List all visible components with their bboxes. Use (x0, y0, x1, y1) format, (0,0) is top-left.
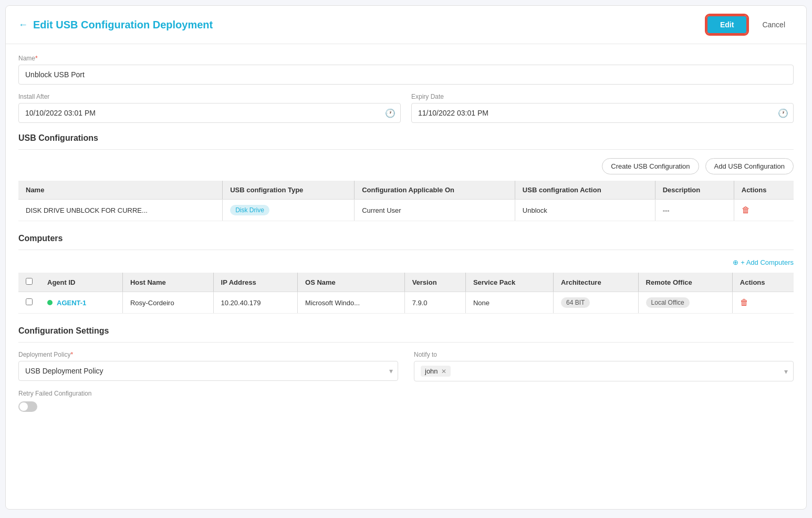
table-row: AGENT-1 Rosy-Cordeiro 10.20.40.179 Micro… (18, 292, 794, 314)
computer-row-os: Microsoft Windo... (298, 292, 405, 314)
computer-row-host: Rosy-Cordeiro (122, 292, 213, 314)
name-input[interactable] (18, 65, 794, 85)
computer-col-ip: IP Address (213, 273, 298, 292)
config-settings-title: Configuration Settings (18, 326, 794, 336)
computer-row-ip: 10.20.40.179 (213, 292, 298, 314)
name-required: * (35, 55, 38, 62)
expiry-date-field: Expiry Date 🕐 (411, 93, 794, 123)
usb-row-action: Unblock (515, 200, 655, 221)
retry-label: Retry Failed Configuration (18, 390, 794, 397)
create-usb-config-button[interactable]: Create USB Configuration (602, 158, 699, 174)
usb-col-type: USB configration Type (223, 181, 355, 200)
add-usb-config-button[interactable]: Add USB Configuration (705, 158, 794, 174)
tag-chip-john: john ✕ (421, 366, 451, 377)
computer-row-agent: AGENT-1 (40, 292, 122, 314)
agent-id-label[interactable]: AGENT-1 (57, 299, 86, 307)
tag-remove-icon[interactable]: ✕ (441, 368, 446, 375)
deployment-policy-required: * (70, 351, 73, 358)
expiry-date-wrap: 🕐 (411, 103, 794, 123)
deployment-policy-field: Deployment Policy* USB Deployment Policy… (18, 351, 398, 381)
usb-row-description: --- (655, 200, 734, 221)
computer-delete-icon[interactable]: 🗑 (740, 298, 748, 307)
computer-row-arch: 64 BIT (554, 292, 639, 314)
deployment-policy-label: Deployment Policy* (18, 351, 398, 358)
usb-row-type: Disk Drive (223, 200, 355, 221)
row-checkbox[interactable] (26, 298, 33, 305)
header-left: ← Edit USB Configuration Deployment (18, 19, 213, 31)
computer-col-version: Version (404, 273, 465, 292)
plus-icon: ⊕ (733, 258, 738, 266)
notify-to-field: Notify to john ✕ ▾ (414, 351, 794, 381)
install-after-wrap: 🕐 (18, 103, 401, 123)
usb-table-actions: Create USB Configuration Add USB Configu… (18, 158, 794, 174)
computer-col-host: Host Name (122, 273, 213, 292)
computer-col-office: Remote Office (638, 273, 732, 292)
usb-configurations-title: USB Configurations (18, 133, 794, 143)
retry-group: Retry Failed Configuration (18, 390, 794, 413)
name-field-group: Name* (18, 55, 794, 85)
settings-row: Deployment Policy* USB Deployment Policy… (18, 351, 794, 381)
usb-row-actions: 🗑 (734, 200, 794, 221)
install-after-label: Install After (18, 93, 401, 100)
computer-row-check (18, 292, 40, 314)
back-arrow-icon[interactable]: ← (18, 19, 28, 30)
computer-row-actions: 🗑 (732, 292, 794, 314)
main-content: Name* Install After 🕐 Expiry Date 🕐 (6, 44, 806, 432)
usb-delete-icon[interactable]: 🗑 (742, 205, 750, 214)
clock-icon-install: 🕐 (385, 108, 395, 118)
usb-col-actions: Actions (734, 181, 794, 200)
computers-section-divider (18, 250, 794, 250)
date-row: Install After 🕐 Expiry Date 🕐 (18, 93, 794, 123)
install-after-input[interactable] (18, 103, 401, 123)
add-computers-link[interactable]: ⊕ + Add Computers (18, 258, 794, 266)
usb-col-name: Name (18, 181, 223, 200)
usb-row-name: DISK DRIVE UNBLOCK FOR CURRE... (18, 200, 223, 221)
computer-row-servicepack: None (465, 292, 553, 314)
usb-col-applicable: Configuration Applicable On (355, 181, 515, 200)
computer-col-agent: Agent ID (40, 273, 122, 292)
status-dot-online (47, 300, 53, 305)
config-settings-divider (18, 342, 794, 343)
computer-col-servicepack: Service Pack (465, 273, 553, 292)
cancel-button[interactable]: Cancel (754, 16, 794, 33)
deployment-policy-select-wrap: USB Deployment Policy ▾ (18, 361, 398, 381)
computer-col-os: OS Name (298, 273, 405, 292)
config-settings-section: Configuration Settings Deployment Policy… (18, 326, 794, 413)
usb-col-action: USB configration Action (515, 181, 655, 200)
computer-col-check (18, 273, 40, 292)
computer-col-arch: Architecture (554, 273, 639, 292)
computer-row-version: 7.9.0 (404, 292, 465, 314)
notify-to-label: Notify to (414, 351, 794, 358)
select-all-checkbox[interactable] (26, 278, 33, 285)
usb-row-applicable: Current User (355, 200, 515, 221)
computers-table: Agent ID Host Name IP Address OS Name Ve… (18, 273, 794, 314)
usb-section-divider (18, 149, 794, 150)
page-title: Edit USB Configuration Deployment (33, 19, 213, 31)
clock-icon-expiry: 🕐 (778, 108, 788, 118)
computer-row-office: Local Office (638, 292, 732, 314)
page-header: ← Edit USB Configuration Deployment Edit… (6, 6, 806, 44)
tag-label: john (425, 367, 438, 375)
install-after-field: Install After 🕐 (18, 93, 401, 123)
table-row: DISK DRIVE UNBLOCK FOR CURRE... Disk Dri… (18, 200, 794, 221)
expiry-date-input[interactable] (411, 103, 794, 123)
usb-col-description: Description (655, 181, 734, 200)
deployment-policy-select[interactable]: USB Deployment Policy (18, 361, 398, 381)
notify-arrow-icon: ▾ (784, 367, 788, 376)
computers-title: Computers (18, 234, 794, 243)
usb-configurations-table: Name USB configration Type Configuration… (18, 181, 794, 221)
retry-toggle[interactable] (18, 401, 37, 412)
notify-to-input[interactable]: john ✕ ▾ (414, 361, 794, 381)
computer-col-actions: Actions (732, 273, 794, 292)
header-actions: Edit Cancel (706, 15, 794, 34)
edit-button[interactable]: Edit (706, 15, 747, 34)
expiry-date-label: Expiry Date (411, 93, 794, 100)
name-label: Name* (18, 55, 794, 62)
